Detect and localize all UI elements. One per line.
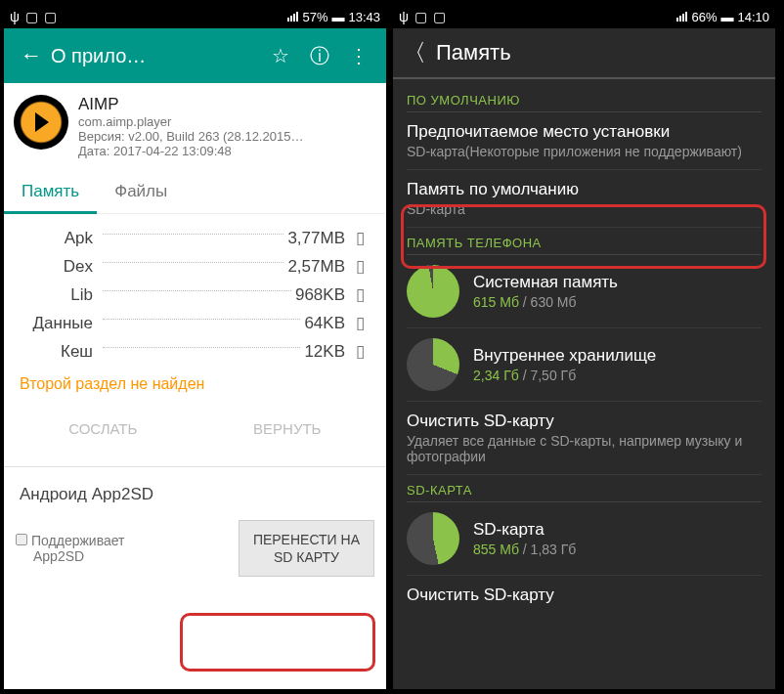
revert-button[interactable]: ВЕРНУТЬ: [200, 409, 375, 449]
pie-chart-icon: [407, 512, 459, 565]
header-title: Память: [436, 40, 511, 65]
battery-icon: ▬: [331, 10, 344, 24]
app-package: com.aimp.player: [78, 114, 376, 129]
storage-row-data: Данные 64KB ▯: [16, 309, 374, 337]
link-button[interactable]: СОСЛАТЬ: [16, 409, 191, 449]
warning-text: Второй раздел не найден: [4, 366, 386, 403]
section-app2sd: Андроид App2SD: [4, 479, 386, 510]
app2sd-panel: ψ ▢ ▢ 57% ▬ 13:43 ← О прило… ☆ ⓘ ⋮ AIMP …: [4, 5, 386, 689]
clock: 14:10: [737, 10, 769, 24]
app-date: Дата: 2017-04-22 13:09:48: [78, 144, 376, 158]
phone-icon: ▯: [345, 313, 374, 333]
clear-sd-card-2[interactable]: Очистить SD-карту: [407, 576, 762, 615]
move-to-sd-button[interactable]: ПЕРЕНЕСТИ НАSD КАРТУ: [239, 520, 374, 577]
storage-row-dex: Dex 2,57MB ▯: [16, 252, 374, 281]
default-memory[interactable]: Память по умолчанию SD-карта: [407, 170, 762, 228]
checkbox-icon: [16, 534, 27, 545]
status-bar: ψ ▢ ▢ 66% ▬ 14:10: [393, 5, 775, 28]
battery-icon: ▬: [720, 10, 733, 24]
menu-button[interactable]: ⋮: [339, 44, 378, 67]
image-icon: ▢: [25, 9, 38, 24]
phone-icon: ▯: [345, 284, 374, 305]
section-phone-memory: ПАМЯТЬ ТЕЛЕФОНА: [407, 228, 762, 255]
page-title: О прило…: [51, 45, 261, 67]
phone-icon: ▯: [345, 341, 374, 362]
back-button[interactable]: ←: [12, 43, 51, 68]
pie-chart-icon: [407, 338, 459, 391]
phone-icon: ▯: [345, 256, 374, 277]
phone-icon: ▯: [345, 228, 374, 248]
storage-list: Apk 3,77MB ▯ Dex 2,57MB ▯ Lib 968KB ▯ Да…: [4, 214, 386, 366]
favorite-button[interactable]: ☆: [261, 44, 300, 67]
sd-card-storage[interactable]: SD-карта 855 Мб / 1,83 Гб: [407, 502, 762, 576]
clear-sd-card[interactable]: Очистить SD-карту Удаляет все данные с S…: [407, 402, 762, 475]
storage-row-cache: Кеш 12KB ▯: [16, 337, 374, 366]
support-label: Поддерживает App2SD: [16, 533, 229, 564]
image-icon-2: ▢: [433, 9, 446, 24]
battery-percent: 66%: [691, 10, 717, 24]
tab-memory[interactable]: Память: [4, 170, 97, 213]
storage-row-lib: Lib 968KB ▯: [16, 281, 374, 309]
clock: 13:43: [348, 10, 380, 24]
usb-icon: ψ: [10, 9, 20, 24]
app-icon: [14, 95, 68, 150]
app-info-section: AIMP com.aimp.player Версия: v2.00, Buil…: [4, 83, 386, 170]
section-sd-card: SD-КАРТА: [407, 475, 762, 502]
status-bar: ψ ▢ ▢ 57% ▬ 13:43: [4, 5, 386, 28]
memory-settings-panel: ψ ▢ ▢ 66% ▬ 14:10 〈 Память ПО УМОЛЧАНИЮ …: [393, 5, 775, 689]
signal-icon: [676, 12, 687, 22]
settings-header: 〈 Память: [393, 28, 775, 79]
app-version: Версия: v2.00, Build 263 (28.12.2015…: [78, 129, 352, 144]
image-icon: ▢: [414, 9, 427, 24]
internal-storage[interactable]: Внутреннее хранилище 2,34 Гб / 7,50 Гб: [407, 328, 762, 402]
signal-icon: [287, 12, 298, 22]
storage-row-apk: Apk 3,77MB ▯: [16, 224, 374, 252]
pie-chart-icon: [407, 265, 459, 318]
app-name: AIMP: [78, 95, 376, 114]
back-button[interactable]: 〈: [403, 37, 426, 68]
section-default: ПО УМОЛЧАНИЮ: [407, 85, 762, 112]
tab-files[interactable]: Файлы: [97, 170, 185, 213]
preferred-install-location[interactable]: Предпочитаемое место установки SD-карта(…: [407, 112, 762, 170]
usb-icon: ψ: [399, 9, 409, 24]
info-button[interactable]: ⓘ: [300, 43, 339, 69]
battery-percent: 57%: [302, 10, 327, 24]
system-memory[interactable]: Системная память 615 Мб / 630 Мб: [407, 255, 762, 328]
image-icon-2: ▢: [44, 9, 57, 24]
app-bar: ← О прило… ☆ ⓘ ⋮: [4, 28, 386, 83]
highlight-annotation: [180, 613, 375, 672]
tabs: Память Файлы: [4, 170, 386, 214]
